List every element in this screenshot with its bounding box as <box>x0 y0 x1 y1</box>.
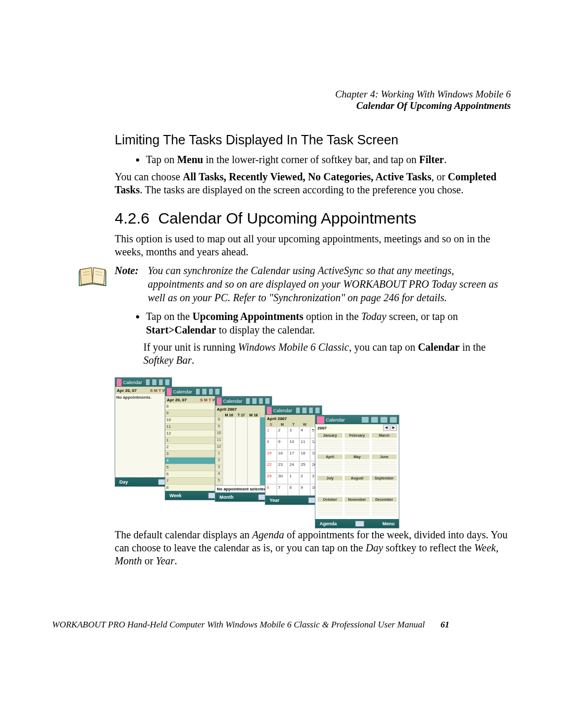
speaker-icon[interactable] <box>380 416 388 423</box>
month-cell[interactable]: 23 <box>277 461 288 473</box>
month-cell[interactable]: 8 <box>265 438 277 450</box>
year-mini-month[interactable]: March <box>371 433 398 454</box>
hour-gutter: 89101112123456 <box>215 417 223 485</box>
month-cell[interactable]: 1 <box>265 427 277 438</box>
prev-year-button[interactable]: ◄ <box>383 425 389 431</box>
softkey-menu[interactable]: Menu <box>382 521 395 526</box>
hour-row[interactable]: 8 <box>165 403 222 410</box>
week-col-header <box>215 413 223 417</box>
year-mini-month[interactable]: May <box>344 454 371 475</box>
window-title: Calendar <box>123 380 142 385</box>
hour-row[interactable]: 3 <box>165 451 222 458</box>
month-cell[interactable]: 29 <box>265 473 277 484</box>
year-mini-month[interactable]: April <box>316 454 344 475</box>
month-cell[interactable]: 4 <box>299 427 311 438</box>
titlebar-button[interactable] <box>152 379 157 386</box>
softkey-day[interactable]: Day <box>119 479 128 485</box>
titlebar-button[interactable] <box>145 379 151 386</box>
month-cell[interactable]: 8 <box>288 484 299 496</box>
month-cell[interactable]: 9 <box>277 438 288 450</box>
month-cell[interactable]: 18 <box>299 450 311 461</box>
speaker-icon[interactable] <box>209 388 214 395</box>
month-cell[interactable]: 22 <box>265 461 277 473</box>
month-cell[interactable]: 11 <box>299 438 311 450</box>
year-mini-month[interactable]: January <box>316 433 344 454</box>
keyboard-icon[interactable] <box>355 521 364 527</box>
year-mini-month[interactable]: October <box>316 497 344 518</box>
month-cell[interactable]: 15 <box>265 450 277 461</box>
titlebar-button[interactable] <box>296 407 301 414</box>
note-body: Note: You can synchronize the Calendar u… <box>115 264 511 304</box>
month-cell[interactable]: 2 <box>299 473 311 484</box>
hour-row[interactable]: 12 <box>165 430 222 437</box>
speaker-icon[interactable] <box>259 398 264 404</box>
hour-row[interactable]: 10 <box>165 417 222 424</box>
text-italic: Today <box>361 311 386 322</box>
paragraph: You can choose All Tasks, Recently Viewe… <box>115 170 511 196</box>
close-icon[interactable] <box>165 379 170 386</box>
month-cell[interactable]: 2 <box>277 427 288 438</box>
calendar-agenda-window: Calendar 2007 ◄► JanuaryFebruaryMarchApr… <box>315 415 399 528</box>
hour-row[interactable]: 1 <box>165 437 222 444</box>
month-cell[interactable]: 25 <box>299 461 311 473</box>
year-mini-month[interactable]: August <box>344 475 371 497</box>
next-year-button[interactable]: ► <box>390 425 397 431</box>
hour-row[interactable]: 9 <box>165 410 222 417</box>
titlebar-button[interactable] <box>252 398 257 404</box>
close-icon[interactable] <box>265 398 270 404</box>
year-mini-month[interactable]: June <box>371 454 398 475</box>
hour-row[interactable]: 5 <box>165 464 222 471</box>
month-cell[interactable]: 10 <box>288 438 299 450</box>
mini-month-body <box>372 460 397 473</box>
hour-row[interactable]: 11 <box>165 424 222 430</box>
book-icon <box>78 266 107 287</box>
softkey-week[interactable]: Week <box>169 493 181 498</box>
text: to display the calendar. <box>216 324 315 336</box>
month-cell[interactable]: 1 <box>288 473 299 484</box>
titlebar-button[interactable] <box>361 416 369 423</box>
month-cell[interactable]: 6 <box>265 484 277 496</box>
section-title: Calendar Of Upcoming Appointments <box>158 209 416 227</box>
calendar-week-window: Calendar Apr 20, 07 S M T W T 8910111212… <box>165 387 222 500</box>
window-title: Calendar <box>173 389 192 394</box>
month-cell[interactable]: 9 <box>299 484 311 496</box>
hour-label: 9 <box>215 424 223 431</box>
bullet-item: Tap on the Upcoming Appointments option … <box>146 310 511 337</box>
month-cell[interactable]: 3 <box>288 427 299 438</box>
month-cell[interactable]: 30 <box>277 473 288 484</box>
hour-row[interactable]: 7 <box>165 478 222 485</box>
year-mini-month[interactable]: December <box>371 497 398 518</box>
calendar-icon <box>167 388 172 396</box>
close-icon[interactable] <box>315 407 320 414</box>
softkey-year[interactable]: Year <box>270 498 279 503</box>
titlebar-button[interactable] <box>195 388 201 395</box>
close-icon[interactable] <box>215 388 220 395</box>
close-icon[interactable] <box>389 416 397 423</box>
note-block: Note: You can synchronize the Calendar u… <box>78 264 511 304</box>
month-cell[interactable]: 17 <box>288 450 299 461</box>
hour-row[interactable]: 8 <box>165 485 222 491</box>
year-mini-month[interactable]: September <box>371 475 398 497</box>
mini-month-body <box>372 438 397 452</box>
month-cell[interactable]: 16 <box>277 450 288 461</box>
hour-label: 1 <box>215 451 223 458</box>
softkey-agenda[interactable]: Agenda <box>320 521 337 526</box>
titlebar-button[interactable] <box>246 398 251 404</box>
titlebar-button[interactable] <box>202 388 207 395</box>
titlebar-button[interactable] <box>302 407 307 414</box>
month-label: April 2007 <box>217 407 237 412</box>
hour-row[interactable]: 4 <box>165 458 222 464</box>
month-cell[interactable]: 7 <box>277 484 288 496</box>
speaker-icon[interactable] <box>309 407 314 414</box>
hour-row[interactable]: 6 <box>165 471 222 478</box>
year-mini-month[interactable]: February <box>344 433 371 454</box>
year-mini-month[interactable]: November <box>344 497 371 518</box>
hour-row[interactable]: 2 <box>165 444 222 451</box>
month-bar: April 2007 <box>265 415 322 422</box>
hour-label: 5 <box>215 478 223 485</box>
titlebar-button[interactable] <box>371 416 378 423</box>
month-cell[interactable]: 24 <box>288 461 299 473</box>
year-mini-month[interactable]: July <box>316 475 344 497</box>
speaker-icon[interactable] <box>158 379 164 386</box>
softkey-month[interactable]: Month <box>219 495 234 500</box>
